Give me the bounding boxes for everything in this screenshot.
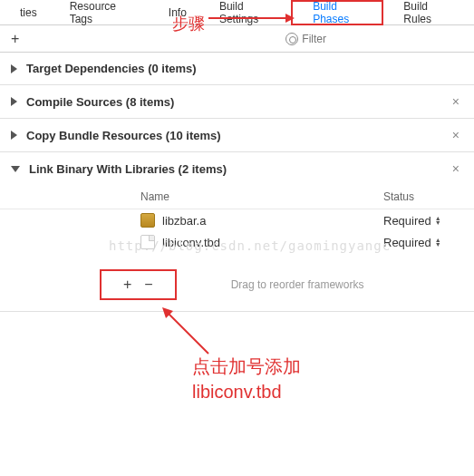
section-header-link[interactable]: Link Binary With Libraries (2 items) × xyxy=(0,152,474,185)
section-footer: + − Drag to reorder frameworks xyxy=(0,269,474,300)
tbd-file-icon xyxy=(140,235,155,249)
remove-library-button[interactable]: − xyxy=(144,277,152,293)
library-icon xyxy=(140,213,155,228)
section-target-deps: Target Dependencies (0 items) xyxy=(0,53,474,85)
annotation-bottom: 点击加号添加 libiconv.tbd xyxy=(192,354,301,404)
tab-bar: ties Resource Tags Info Build Settings B… xyxy=(0,0,474,25)
section-title: Copy Bundle Resources (10 items) xyxy=(26,129,449,142)
status-select[interactable]: Required ▲▼ xyxy=(383,236,474,249)
add-library-button[interactable]: + xyxy=(123,277,131,293)
status-select[interactable]: Required ▲▼ xyxy=(383,214,474,228)
disclosure-right-icon xyxy=(11,131,17,140)
filter-input[interactable] xyxy=(302,33,392,45)
toolbar: + xyxy=(0,25,474,53)
remove-section-button[interactable]: × xyxy=(449,161,463,176)
section-header-copy[interactable]: Copy Bundle Resources (10 items) × xyxy=(0,119,474,151)
section-copy-bundle: Copy Bundle Resources (10 items) × xyxy=(0,119,474,152)
col-status-header: Status xyxy=(383,190,474,203)
stepper-icon: ▲▼ xyxy=(435,238,441,247)
filter-icon xyxy=(285,33,298,45)
section-title: Link Binary With Libraries (2 items) xyxy=(29,162,449,176)
annotation-arrow-bottom xyxy=(159,304,213,358)
section-link-binary: Link Binary With Libraries (2 items) × N… xyxy=(0,152,474,312)
section-header-deps[interactable]: Target Dependencies (0 items) xyxy=(0,53,474,84)
tab-build-settings[interactable]: Build Settings xyxy=(203,0,296,24)
disclosure-right-icon xyxy=(11,64,17,73)
annotation-box-tab xyxy=(291,0,383,25)
drag-hint: Drag to reorder frameworks xyxy=(231,278,364,291)
library-row[interactable]: libzbar.a Required ▲▼ xyxy=(0,209,474,231)
tab-build-rules[interactable]: Build Rules xyxy=(387,0,470,24)
svg-line-2 xyxy=(168,313,208,354)
stepper-icon: ▲▼ xyxy=(435,216,441,225)
section-compile-sources: Compile Sources (8 items) × xyxy=(0,85,474,119)
column-headers: Name Status xyxy=(0,185,474,209)
section-title: Compile Sources (8 items) xyxy=(26,95,449,109)
remove-section-button[interactable]: × xyxy=(449,94,463,109)
library-name: libzbar.a xyxy=(162,214,383,228)
annotation-box-plusminus: + − xyxy=(100,269,177,300)
section-header-compile[interactable]: Compile Sources (8 items) × xyxy=(0,85,474,118)
disclosure-right-icon xyxy=(11,97,17,106)
disclosure-down-icon xyxy=(11,166,20,172)
col-name-header: Name xyxy=(140,190,383,203)
tab-info[interactable]: Info xyxy=(152,0,203,24)
add-phase-button[interactable]: + xyxy=(5,31,24,47)
tab-resource-tags[interactable]: Resource Tags xyxy=(53,0,152,24)
filter-wrap xyxy=(285,33,469,45)
remove-section-button[interactable]: × xyxy=(449,128,463,142)
section-title: Target Dependencies (0 items) xyxy=(26,62,463,75)
tab-capabilities[interactable]: ties xyxy=(4,0,53,24)
